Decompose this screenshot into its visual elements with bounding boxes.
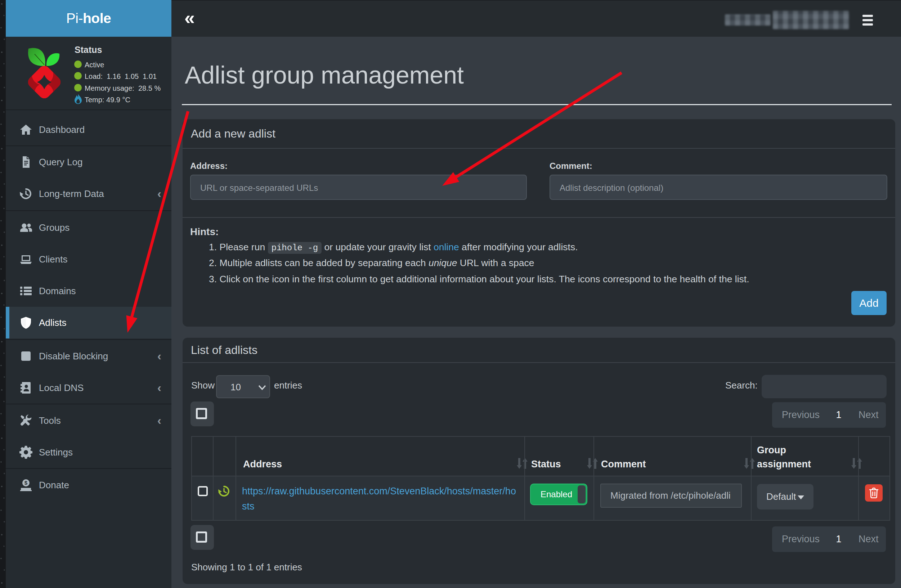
svg-text:$: $ [25,480,28,486]
